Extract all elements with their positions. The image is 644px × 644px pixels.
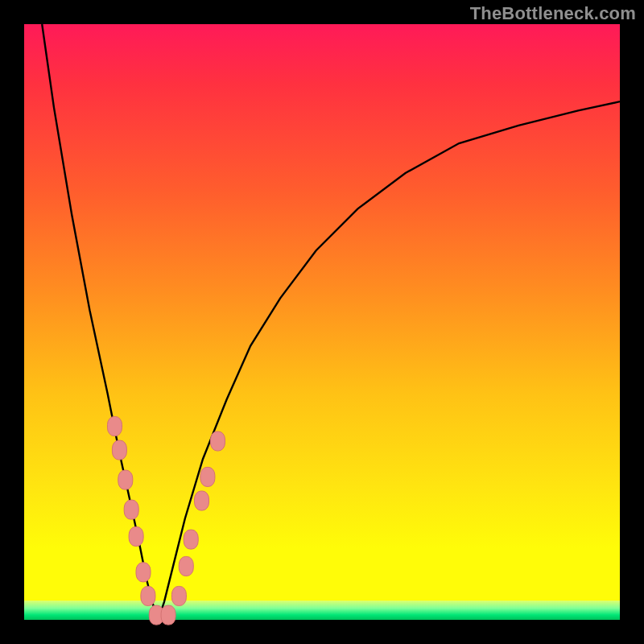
curve-marker <box>112 440 126 460</box>
plot-area <box>24 24 620 620</box>
curve-marker <box>184 530 198 549</box>
outer-frame: TheBottleneck.com <box>0 0 644 644</box>
curve-marker <box>179 556 193 576</box>
curve-marker <box>171 586 186 605</box>
curve-marker <box>211 431 225 451</box>
curve-marker <box>136 563 151 582</box>
curve-marker <box>161 605 175 625</box>
curve-marker <box>141 586 155 605</box>
bottleneck-curve <box>42 24 620 620</box>
curve-marker <box>124 500 138 519</box>
curve-marker <box>129 526 143 546</box>
curve-marker <box>118 470 133 489</box>
curve-marker <box>107 417 122 436</box>
chart-svg <box>24 24 620 620</box>
curve-marker <box>200 467 215 486</box>
watermark-text: TheBottleneck.com <box>470 3 636 24</box>
curve-marker <box>195 491 209 510</box>
